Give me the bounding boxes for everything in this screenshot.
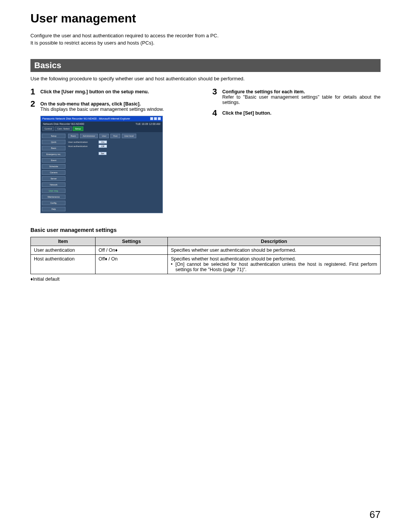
settings-heading: Basic user management settings [30,227,381,233]
page-number: 67 [370,509,381,521]
side-setup[interactable]: Setup [42,134,65,138]
set-button[interactable]: Set [99,152,107,155]
step-text: Click the [Set] button. [222,110,271,116]
step-3: 3 Configure the settings for each item. … [212,88,381,105]
top-tab-cam-select[interactable]: Cam. Select [55,126,72,131]
side-help[interactable]: Help [42,207,65,211]
th-description: Description [168,237,381,246]
side-schedule[interactable]: Schedule [42,164,65,169]
brand-label: Network Disk Recorder WJ-ND400 [43,123,84,125]
side-emergency[interactable]: Emergency rec. [42,152,65,157]
row-label-host-auth: Host authentication [68,145,99,147]
step-bold: On the sub-menu that appears, click [Bas… [40,101,141,107]
table-row: User authentication Off / On♦ Specifies … [31,246,381,254]
th-settings: Settings [96,237,168,246]
cell-desc: Specifies whether host authentication sh… [168,254,381,274]
step-1: 1 Click the [User mng.] button on the se… [30,88,199,96]
section-heading: Basics [30,59,381,72]
settings-screenshot: Panasonic Network Disk Recorder WJ-ND400… [40,116,163,213]
cell-item: Host authentication [31,254,96,274]
bullet-icon: • [171,262,175,272]
subtab-user-level[interactable]: User level [122,134,136,138]
subtab-basic[interactable]: Basic [68,134,78,138]
row-value-host-auth[interactable]: Off [99,145,107,148]
step-number: 3 [212,88,222,96]
step-2: 2 On the sub-menu that appears, click [B… [30,100,199,112]
subtab-user[interactable]: User [99,134,109,138]
clock-label: TUE 10.09 12:00 AM [135,123,160,125]
page-title: User management [30,11,381,26]
step-number: 1 [30,88,40,96]
step-plain: This displays the basic user management … [40,107,164,112]
intro-line1: Configure the user and host authenticati… [30,33,218,38]
side-user-mng[interactable]: User mng. [42,189,65,193]
desc-line: Specifies whether host authentication sh… [171,256,296,262]
cell-item: User authentication [31,246,96,254]
side-config[interactable]: Config. [42,201,65,205]
settings-table: Item Settings Description User authentic… [30,237,381,274]
section-desc: Use the following procedure to specify w… [30,76,381,81]
window-buttons [150,117,161,121]
step-text: Click the [User mng.] button on the setu… [40,89,149,94]
step-plain: Refer to "Basic user management settings… [222,94,381,105]
top-tab-control[interactable]: Control [42,126,54,131]
window-title: Panasonic Network Disk Recorder WJ-ND400… [42,117,130,120]
footnote: ♦Initial default [30,276,381,282]
subtab-host[interactable]: Host [110,134,120,138]
intro-line2: It is possible to restrict access by use… [30,40,155,46]
step-number: 2 [30,100,40,108]
top-tab-setup[interactable]: Setup [73,126,83,131]
side-network[interactable]: Network [42,182,65,187]
table-row: Host authentication Off♦ / On Specifies … [31,254,381,274]
cell-desc: Specifies whether user authentication sh… [168,246,381,254]
side-quick[interactable]: Quick [42,140,65,144]
step-number: 4 [212,109,222,117]
row-value-user-auth[interactable]: On [99,141,107,144]
side-event[interactable]: Event [42,158,65,163]
side-maintenance[interactable]: Maintenance [42,195,65,199]
intro-text: Configure the user and host authenticati… [30,32,381,47]
subtab-admin[interactable]: Administrator [80,134,97,138]
cell-settings: Off♦ / On [96,254,168,274]
row-label-user-auth: User authentication [68,141,99,143]
cell-settings: Off / On♦ [96,246,168,254]
step-4: 4 Click the [Set] button. [212,109,381,117]
side-server[interactable]: Server [42,176,65,181]
side-camera[interactable]: Camera [42,170,65,175]
sidebar: Setup Quick Basic Emergency rec. Event S… [41,132,67,213]
desc-bullet: [On] cannot be selected for host authent… [175,262,377,272]
step-bold: Configure the settings for each item. [222,89,305,94]
side-basic[interactable]: Basic [42,146,65,150]
th-item: Item [31,237,96,246]
